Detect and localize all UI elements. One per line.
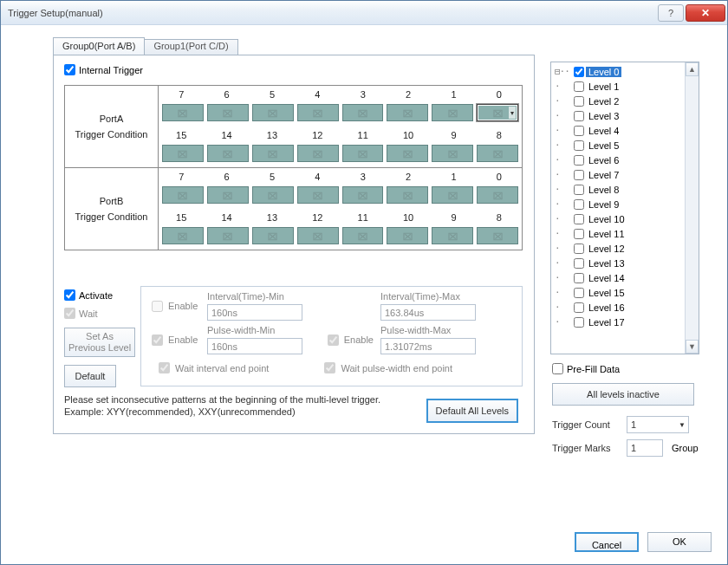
interval-min-input[interactable] [207,304,302,321]
level-item[interactable]: ·Level 5 [551,138,699,153]
enable-pulse-min-checkbox[interactable]: Enable [148,332,207,348]
wait-pulse-end-checkbox[interactable]: Wait pulse-width end point [321,360,452,376]
level-item[interactable]: ·Level 6 [551,153,699,167]
level-item[interactable]: ·Level 15 [551,285,699,300]
level-checkbox[interactable] [574,170,584,180]
level-item[interactable]: ·Level 12 [551,241,699,256]
level-checkbox[interactable] [574,185,584,195]
level-checkbox[interactable] [574,214,584,224]
pulse-min-input[interactable] [207,338,302,354]
level-item[interactable]: ·Level 13 [551,256,699,270]
bit-toggle[interactable]: ⊠ [432,227,473,244]
set-as-previous-level-button[interactable]: Set As Previous Level [64,328,135,357]
bit-toggle[interactable]: ⊠ [477,145,518,162]
level-checkbox[interactable] [574,111,584,121]
bit-toggle[interactable]: ⊠ [387,145,428,162]
internal-trigger-checkbox[interactable]: Internal Trigger [64,64,143,75]
level-checkbox[interactable] [574,229,584,239]
bit-toggle[interactable]: ⊠ [162,186,204,204]
trigger-marks-input[interactable] [627,439,663,457]
bit-toggle[interactable]: ⊠ [252,145,294,162]
bit-toggle[interactable]: ⊠ [207,227,249,244]
level-item[interactable]: ·Level 14 [551,270,699,285]
level-item[interactable]: ·Level 9 [551,197,699,211]
level-checkbox[interactable] [574,317,584,328]
bit-toggle[interactable]: ⊠ [342,145,384,162]
level-list[interactable]: ⊟··Level 0 ·Level 1 ·Level 2 ·Level 3 ·L… [550,62,699,354]
bit-toggle[interactable]: ⊠ [297,186,339,204]
level-item[interactable]: ·Level 1 [551,79,699,94]
bit-header-cell: 7 [159,168,204,184]
level-checkbox[interactable] [574,258,584,269]
bit-toggle[interactable]: ⊠ [432,186,473,204]
level-item[interactable]: ·Level 7 [551,167,699,182]
level-checkbox[interactable] [574,244,584,254]
level-checkbox[interactable] [574,155,584,166]
bit-toggle[interactable]: ⊠ [207,104,249,121]
interval-max-input[interactable] [380,304,476,321]
bit-toggle[interactable]: ⊠ [387,104,428,121]
bit-toggle[interactable]: ⊠ [387,227,428,244]
level-item[interactable]: ·Level 17 [551,315,699,329]
level-item[interactable]: ⊟··Level 0 [551,64,699,79]
level-checkbox[interactable] [574,199,584,210]
bit-toggle[interactable]: ⊠ [162,104,204,121]
level-checkbox[interactable] [574,140,584,151]
cancel-button[interactable]: Cancel [575,532,639,552]
help-icon[interactable]: ? [658,4,684,22]
wait-interval-end-checkbox[interactable]: Wait interval end point [155,360,269,376]
bit-toggle[interactable]: ⊠ [477,227,518,244]
bit-toggle[interactable]: ⊠ [342,104,384,121]
default-button[interactable]: Default [64,365,116,387]
level-item[interactable]: ·Level 16 [551,300,699,315]
bit-toggle[interactable]: ⊠ [432,104,473,121]
bit-toggle[interactable]: ⊠ [432,145,473,162]
close-icon[interactable]: ✕ [686,4,725,22]
bit-toggle[interactable]: ⊠ [342,227,384,244]
level-item[interactable]: ·Level 3 [551,108,699,123]
bit-toggle[interactable]: ⊠ [297,145,339,162]
activate-checkbox[interactable]: Activate [64,289,113,301]
bit-toggle[interactable]: ⊠ [252,186,294,204]
enable-interval-checkbox[interactable]: Enable [148,298,207,315]
default-all-levels-button[interactable]: Default All Levels [426,399,518,423]
ok-button[interactable]: OK [647,532,712,552]
wait-checkbox[interactable]: Wait [64,308,98,319]
all-levels-inactive-button[interactable]: All levels inactive [552,383,694,406]
level-item[interactable]: ·Level 10 [551,211,699,226]
enable-pulse-max-checkbox[interactable]: Enable [315,332,380,348]
bit-header-cell: 14 [204,127,249,142]
bit-toggle[interactable]: ⊠▾ [477,104,518,121]
bit-toggle[interactable]: ⊠ [297,227,339,244]
scrollbar[interactable]: ▲ ▼ [685,62,699,354]
bit-toggle[interactable]: ⊠ [387,186,428,204]
bit-toggle[interactable]: ⊠ [342,186,384,204]
level-checkbox[interactable] [574,302,584,313]
bit-toggle[interactable]: ⊠ [252,227,294,244]
level-checkbox[interactable] [574,288,584,298]
tab-panel-group0: Internal Trigger PortA Trigger Condition… [53,55,535,434]
level-checkbox[interactable] [574,96,584,107]
trigger-count-combo[interactable]: 1 ▼ [627,416,689,433]
bit-toggle[interactable]: ⊠ [477,186,518,204]
bit-toggle[interactable]: ⊠ [252,104,294,121]
bit-toggle[interactable]: ⊠ [207,145,249,162]
bit-toggle[interactable]: ⊠ [297,104,339,121]
level-checkbox[interactable] [574,273,584,283]
level-item[interactable]: ·Level 2 [551,94,699,108]
prefill-data-checkbox[interactable]: Pre-Fill Data [552,363,620,374]
level-checkbox[interactable] [574,126,584,136]
level-checkbox[interactable] [574,81,584,92]
tab-group1[interactable]: Group1(Port C/D) [144,39,237,55]
scroll-down-icon[interactable]: ▼ [686,340,699,354]
level-item[interactable]: ·Level 4 [551,123,699,138]
scroll-up-icon[interactable]: ▲ [686,62,699,76]
level-checkbox[interactable] [574,67,584,77]
tab-group0[interactable]: Group0(Port A/B) [53,37,145,55]
bit-toggle[interactable]: ⊠ [207,186,249,204]
level-item[interactable]: ·Level 11 [551,226,699,241]
bit-toggle[interactable]: ⊠ [162,227,204,244]
bit-toggle[interactable]: ⊠ [162,145,204,162]
pulse-max-input[interactable] [380,338,476,354]
level-item[interactable]: ·Level 8 [551,182,699,197]
